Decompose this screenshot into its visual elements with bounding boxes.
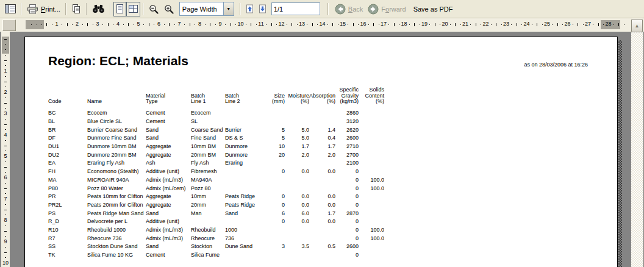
- table-cell: 0: [335, 184, 359, 193]
- ruler-tick: [455, 23, 456, 26]
- table-cell: R7: [48, 234, 87, 243]
- vertical-scrollbar[interactable]: [631, 32, 643, 267]
- find-button[interactable]: [90, 2, 107, 16]
- save-as-pdf-button[interactable]: Save as PDF: [413, 5, 453, 13]
- table-cell: Stockton: [191, 243, 225, 251]
- toolbar-separator: [21, 3, 22, 15]
- table-cell: Coarse Sand: [191, 126, 225, 134]
- forward-button[interactable]: Forward: [365, 2, 408, 16]
- table-cell: [225, 184, 260, 193]
- ruler-number: 22: [482, 21, 490, 27]
- table-cell: [309, 176, 335, 184]
- table-cell: DU2: [48, 151, 87, 159]
- table-cell: [260, 234, 285, 243]
- single-page-view-button[interactable]: [113, 2, 126, 16]
- table-cell: Pozz 80 Water: [87, 184, 146, 193]
- ruler-tick: [62, 24, 62, 25]
- table-cell: Dunmore: [225, 142, 260, 151]
- ruler-tick: [225, 24, 226, 25]
- ruler-tick: [5, 183, 6, 183]
- print-button[interactable]: Print...: [24, 2, 63, 16]
- ruler-number: 9: [216, 21, 224, 27]
- toggle-group-tree-button[interactable]: [2, 2, 18, 16]
- column-header-absorption: Absorption (%): [309, 87, 335, 109]
- table-row: BRBurrier Coarse SandSandCoarse SandBurr…: [48, 126, 384, 134]
- table-cell: 6.0: [285, 209, 309, 218]
- zoom-in-button[interactable]: [162, 2, 177, 16]
- table-cell: Dunmore: [225, 151, 260, 159]
- preview-workspace: 12345678910 Region: ECL; Materials as on…: [0, 32, 644, 267]
- ruler-tick: [394, 23, 395, 26]
- ruler-tick: [624, 24, 624, 25]
- single-page-icon: [116, 4, 124, 13]
- zoom-level-value: Page Width: [180, 5, 223, 13]
- table-row: R10Rheobuild 1000Admix (mL/m3)Rheobuild1…: [48, 226, 384, 234]
- table-cell: Ash: [146, 159, 191, 168]
- copy-icon: [71, 4, 81, 14]
- table-cell: 100.0: [359, 184, 384, 193]
- ruler-tick: [491, 24, 492, 25]
- table-cell: [260, 109, 285, 118]
- table-cell: 1.4: [309, 126, 335, 134]
- zoom-out-button[interactable]: [146, 2, 162, 16]
- ruler-number: 4: [1, 132, 10, 138]
- table-cell: [260, 117, 285, 126]
- table-cell: 2620: [335, 126, 359, 134]
- table-cell: [191, 217, 225, 226]
- table-cell: 0.4: [309, 134, 335, 143]
- toolbar-separator: [327, 3, 329, 15]
- ruler-number: 15: [338, 21, 347, 27]
- page-up-icon: [246, 4, 254, 13]
- forward-arrow-icon: [368, 4, 379, 15]
- ruler-number: 21: [461, 21, 470, 27]
- page-number-input[interactable]: [271, 2, 320, 15]
- ruler-number: 18: [400, 21, 409, 27]
- ruler-tick: [435, 23, 435, 26]
- ruler-tick: [102, 24, 103, 25]
- chevron-down-icon[interactable]: ▼: [223, 2, 234, 15]
- table-cell: [260, 226, 285, 234]
- ruler-tick: [557, 23, 558, 26]
- ruler-tick: [31, 24, 32, 25]
- previous-page-button[interactable]: [243, 2, 256, 16]
- column-header-material-type: Material Type: [146, 87, 191, 109]
- ruler-tick: [5, 236, 6, 237]
- back-button[interactable]: Back: [332, 2, 365, 16]
- table-cell: [359, 126, 384, 134]
- table-cell: [285, 234, 309, 243]
- toolbar-separator: [65, 3, 66, 15]
- table-cell: Cement: [146, 251, 191, 259]
- ruler-number: 19: [420, 21, 429, 27]
- table-cell: 0: [335, 226, 359, 234]
- table-cell: 2860: [335, 109, 359, 118]
- table-cell: Eraring: [225, 159, 260, 168]
- multi-page-view-button[interactable]: [126, 2, 140, 16]
- ruler-tick: [5, 226, 6, 226]
- table-cell: [225, 217, 260, 226]
- table-cell: 5: [260, 126, 285, 134]
- table-cell: Fly Ash: [191, 159, 225, 168]
- ruler-number: 27: [584, 21, 592, 27]
- ruler-tick: [82, 24, 83, 25]
- table-row: FHEconomono (Stealth)Additive (unit)Fibr…: [48, 167, 384, 176]
- ruler-tick: [143, 24, 144, 25]
- table-cell: [309, 226, 335, 234]
- table-cell: 20: [260, 151, 285, 159]
- ruler-tick: [5, 193, 6, 194]
- table-row: BLBlue Circle SLCementSL3120: [48, 117, 384, 126]
- next-page-button[interactable]: [256, 2, 269, 16]
- ruler-tick: [271, 23, 272, 26]
- ruler-tick: [87, 23, 88, 26]
- table-cell: [359, 142, 384, 151]
- zoom-in-icon: [164, 4, 174, 14]
- scroll-up-button[interactable]: ▲: [631, 19, 643, 32]
- copy-button[interactable]: [69, 2, 84, 16]
- table-cell: P80: [48, 184, 87, 193]
- ruler-number: 14: [318, 21, 327, 27]
- table-cell: 100.0: [359, 234, 384, 243]
- table-cell: [225, 176, 260, 184]
- toolbar-separator: [86, 3, 87, 15]
- zoom-level-select[interactable]: Page Width ▼: [179, 2, 234, 16]
- column-header-specific-gravity: Specific Gravity (kg/m3): [335, 87, 359, 109]
- header-row: Code Name Material Type Batch Line 1 Bat…: [48, 87, 384, 109]
